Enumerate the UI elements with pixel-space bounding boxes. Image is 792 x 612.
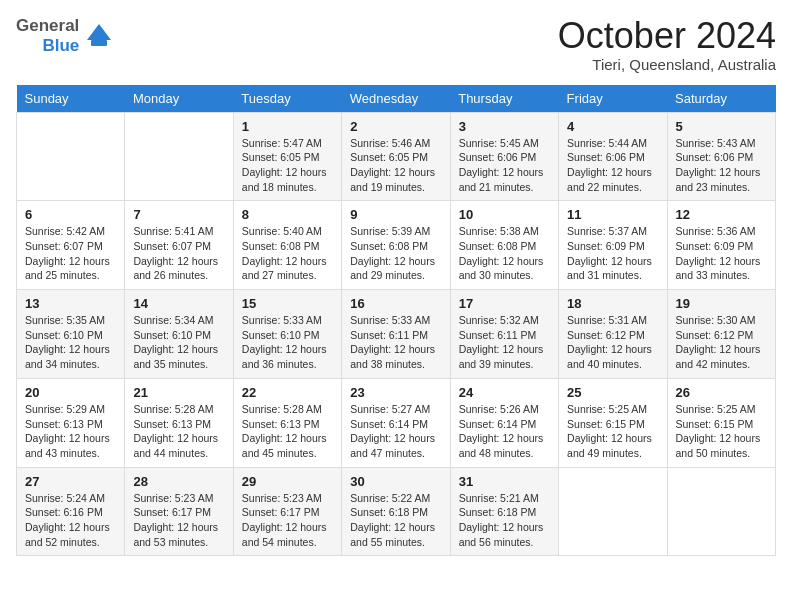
day-info: Sunrise: 5:32 AM Sunset: 6:11 PM Dayligh… — [459, 313, 550, 372]
location-title: Tieri, Queensland, Australia — [558, 56, 776, 73]
weekday-header-tuesday: Tuesday — [233, 85, 341, 113]
day-info: Sunrise: 5:38 AM Sunset: 6:08 PM Dayligh… — [459, 224, 550, 283]
calendar-cell: 6Sunrise: 5:42 AM Sunset: 6:07 PM Daylig… — [17, 201, 125, 290]
weekday-header-friday: Friday — [559, 85, 667, 113]
day-number: 27 — [25, 474, 116, 489]
day-number: 24 — [459, 385, 550, 400]
logo-blue: Blue — [42, 36, 79, 56]
calendar-week-5: 27Sunrise: 5:24 AM Sunset: 6:16 PM Dayli… — [17, 467, 776, 556]
day-number: 12 — [676, 207, 767, 222]
calendar-cell: 11Sunrise: 5:37 AM Sunset: 6:09 PM Dayli… — [559, 201, 667, 290]
calendar-cell: 28Sunrise: 5:23 AM Sunset: 6:17 PM Dayli… — [125, 467, 233, 556]
day-number: 13 — [25, 296, 116, 311]
day-number: 25 — [567, 385, 658, 400]
calendar-week-4: 20Sunrise: 5:29 AM Sunset: 6:13 PM Dayli… — [17, 378, 776, 467]
day-info: Sunrise: 5:27 AM Sunset: 6:14 PM Dayligh… — [350, 402, 441, 461]
day-info: Sunrise: 5:23 AM Sunset: 6:17 PM Dayligh… — [133, 491, 224, 550]
day-number: 14 — [133, 296, 224, 311]
calendar-cell: 18Sunrise: 5:31 AM Sunset: 6:12 PM Dayli… — [559, 290, 667, 379]
day-number: 23 — [350, 385, 441, 400]
day-info: Sunrise: 5:34 AM Sunset: 6:10 PM Dayligh… — [133, 313, 224, 372]
calendar-cell: 3Sunrise: 5:45 AM Sunset: 6:06 PM Daylig… — [450, 112, 558, 201]
day-number: 7 — [133, 207, 224, 222]
calendar-cell: 22Sunrise: 5:28 AM Sunset: 6:13 PM Dayli… — [233, 378, 341, 467]
calendar-cell: 29Sunrise: 5:23 AM Sunset: 6:17 PM Dayli… — [233, 467, 341, 556]
day-info: Sunrise: 5:39 AM Sunset: 6:08 PM Dayligh… — [350, 224, 441, 283]
day-info: Sunrise: 5:47 AM Sunset: 6:05 PM Dayligh… — [242, 136, 333, 195]
calendar-cell: 4Sunrise: 5:44 AM Sunset: 6:06 PM Daylig… — [559, 112, 667, 201]
calendar-cell: 19Sunrise: 5:30 AM Sunset: 6:12 PM Dayli… — [667, 290, 775, 379]
calendar-cell — [125, 112, 233, 201]
calendar-week-3: 13Sunrise: 5:35 AM Sunset: 6:10 PM Dayli… — [17, 290, 776, 379]
calendar-cell: 20Sunrise: 5:29 AM Sunset: 6:13 PM Dayli… — [17, 378, 125, 467]
calendar-cell: 5Sunrise: 5:43 AM Sunset: 6:06 PM Daylig… — [667, 112, 775, 201]
day-number: 26 — [676, 385, 767, 400]
day-info: Sunrise: 5:24 AM Sunset: 6:16 PM Dayligh… — [25, 491, 116, 550]
day-info: Sunrise: 5:29 AM Sunset: 6:13 PM Dayligh… — [25, 402, 116, 461]
day-number: 11 — [567, 207, 658, 222]
weekday-header-wednesday: Wednesday — [342, 85, 450, 113]
day-number: 9 — [350, 207, 441, 222]
logo: General Blue — [16, 16, 115, 56]
day-info: Sunrise: 5:31 AM Sunset: 6:12 PM Dayligh… — [567, 313, 658, 372]
calendar-cell: 23Sunrise: 5:27 AM Sunset: 6:14 PM Dayli… — [342, 378, 450, 467]
day-number: 28 — [133, 474, 224, 489]
day-number: 3 — [459, 119, 550, 134]
calendar-cell: 16Sunrise: 5:33 AM Sunset: 6:11 PM Dayli… — [342, 290, 450, 379]
day-number: 30 — [350, 474, 441, 489]
day-number: 6 — [25, 207, 116, 222]
day-info: Sunrise: 5:25 AM Sunset: 6:15 PM Dayligh… — [676, 402, 767, 461]
logo-general: General — [16, 16, 79, 36]
day-info: Sunrise: 5:28 AM Sunset: 6:13 PM Dayligh… — [133, 402, 224, 461]
day-number: 31 — [459, 474, 550, 489]
day-number: 20 — [25, 385, 116, 400]
day-number: 17 — [459, 296, 550, 311]
svg-rect-1 — [91, 40, 107, 46]
day-info: Sunrise: 5:43 AM Sunset: 6:06 PM Dayligh… — [676, 136, 767, 195]
day-info: Sunrise: 5:36 AM Sunset: 6:09 PM Dayligh… — [676, 224, 767, 283]
calendar-cell: 7Sunrise: 5:41 AM Sunset: 6:07 PM Daylig… — [125, 201, 233, 290]
day-info: Sunrise: 5:33 AM Sunset: 6:11 PM Dayligh… — [350, 313, 441, 372]
calendar-cell: 31Sunrise: 5:21 AM Sunset: 6:18 PM Dayli… — [450, 467, 558, 556]
page-header: General Blue October 2024 Tieri, Queensl… — [16, 16, 776, 73]
calendar-cell: 12Sunrise: 5:36 AM Sunset: 6:09 PM Dayli… — [667, 201, 775, 290]
calendar-week-2: 6Sunrise: 5:42 AM Sunset: 6:07 PM Daylig… — [17, 201, 776, 290]
day-info: Sunrise: 5:44 AM Sunset: 6:06 PM Dayligh… — [567, 136, 658, 195]
day-number: 19 — [676, 296, 767, 311]
calendar-cell: 27Sunrise: 5:24 AM Sunset: 6:16 PM Dayli… — [17, 467, 125, 556]
day-info: Sunrise: 5:33 AM Sunset: 6:10 PM Dayligh… — [242, 313, 333, 372]
calendar-cell: 24Sunrise: 5:26 AM Sunset: 6:14 PM Dayli… — [450, 378, 558, 467]
calendar-week-1: 1Sunrise: 5:47 AM Sunset: 6:05 PM Daylig… — [17, 112, 776, 201]
logo-icon — [83, 20, 115, 52]
calendar-cell: 17Sunrise: 5:32 AM Sunset: 6:11 PM Dayli… — [450, 290, 558, 379]
weekday-header-sunday: Sunday — [17, 85, 125, 113]
day-info: Sunrise: 5:40 AM Sunset: 6:08 PM Dayligh… — [242, 224, 333, 283]
calendar-cell: 13Sunrise: 5:35 AM Sunset: 6:10 PM Dayli… — [17, 290, 125, 379]
day-number: 29 — [242, 474, 333, 489]
calendar-body: 1Sunrise: 5:47 AM Sunset: 6:05 PM Daylig… — [17, 112, 776, 556]
day-number: 1 — [242, 119, 333, 134]
weekday-header-saturday: Saturday — [667, 85, 775, 113]
day-number: 22 — [242, 385, 333, 400]
day-number: 21 — [133, 385, 224, 400]
weekday-header-monday: Monday — [125, 85, 233, 113]
calendar-cell: 25Sunrise: 5:25 AM Sunset: 6:15 PM Dayli… — [559, 378, 667, 467]
calendar-cell: 26Sunrise: 5:25 AM Sunset: 6:15 PM Dayli… — [667, 378, 775, 467]
day-info: Sunrise: 5:22 AM Sunset: 6:18 PM Dayligh… — [350, 491, 441, 550]
day-number: 18 — [567, 296, 658, 311]
calendar-cell: 30Sunrise: 5:22 AM Sunset: 6:18 PM Dayli… — [342, 467, 450, 556]
day-number: 15 — [242, 296, 333, 311]
weekday-header-row: SundayMondayTuesdayWednesdayThursdayFrid… — [17, 85, 776, 113]
calendar-cell: 14Sunrise: 5:34 AM Sunset: 6:10 PM Dayli… — [125, 290, 233, 379]
calendar-cell: 9Sunrise: 5:39 AM Sunset: 6:08 PM Daylig… — [342, 201, 450, 290]
day-number: 8 — [242, 207, 333, 222]
calendar-cell: 1Sunrise: 5:47 AM Sunset: 6:05 PM Daylig… — [233, 112, 341, 201]
day-info: Sunrise: 5:35 AM Sunset: 6:10 PM Dayligh… — [25, 313, 116, 372]
month-title: October 2024 — [558, 16, 776, 56]
calendar-cell: 15Sunrise: 5:33 AM Sunset: 6:10 PM Dayli… — [233, 290, 341, 379]
day-info: Sunrise: 5:46 AM Sunset: 6:05 PM Dayligh… — [350, 136, 441, 195]
day-info: Sunrise: 5:30 AM Sunset: 6:12 PM Dayligh… — [676, 313, 767, 372]
calendar-cell: 8Sunrise: 5:40 AM Sunset: 6:08 PM Daylig… — [233, 201, 341, 290]
calendar-cell — [667, 467, 775, 556]
calendar-cell — [17, 112, 125, 201]
